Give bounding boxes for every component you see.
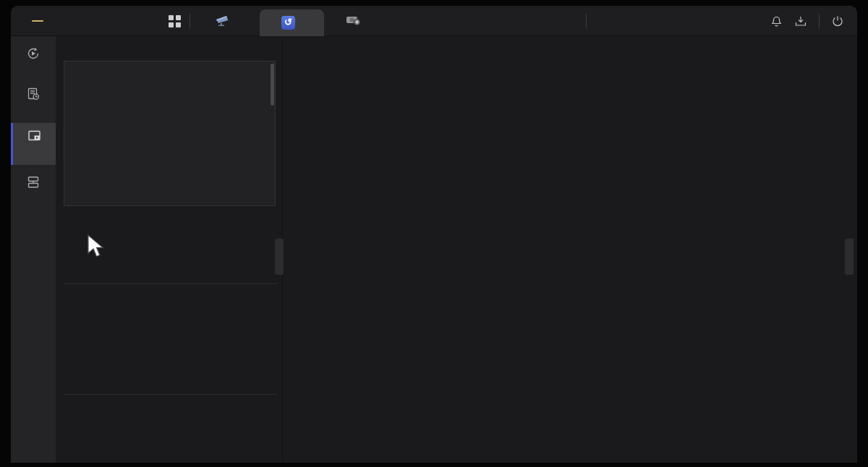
nav-normal-playback[interactable] [11, 43, 56, 80]
history-play-icon [11, 46, 56, 61]
collapse-right-panel-button[interactable] [845, 239, 854, 275]
device-access-icon [346, 14, 362, 28]
nav-slice-playback[interactable] [11, 123, 56, 165]
separator [819, 14, 820, 28]
live-view-icon [215, 14, 231, 28]
top-bar: ↺ [11, 6, 857, 36]
main-tabs: ↺ [193, 6, 391, 36]
tab-live-view[interactable] [193, 6, 260, 36]
download-icon[interactable] [794, 14, 807, 27]
apps-grid-icon[interactable] [169, 15, 181, 27]
topbar-actions [770, 6, 844, 36]
playback-icon: ↺ [281, 16, 295, 30]
year-selector [65, 218, 276, 234]
app-logo [27, 6, 43, 36]
tab-device-access[interactable] [324, 6, 391, 36]
collapse-left-panel-button[interactable] [275, 239, 284, 275]
tab-playback[interactable]: ↺ [260, 9, 324, 36]
separator [586, 14, 587, 28]
nav-event-playback[interactable] [11, 84, 56, 120]
power-icon[interactable] [831, 14, 844, 27]
event-list-icon [11, 87, 56, 101]
split-period-icon [11, 175, 56, 189]
bell-icon[interactable] [770, 14, 783, 27]
divider [64, 394, 277, 395]
slice-frames-icon [13, 129, 56, 143]
separator [190, 14, 190, 28]
channel-tree [64, 61, 276, 206]
playback-mode-nav [11, 36, 56, 463]
divider [64, 283, 277, 284]
pro-badge [32, 20, 43, 22]
app-window: ↺ [11, 6, 857, 463]
nav-sub-period-playback[interactable] [11, 169, 56, 211]
tree-scrollbar[interactable] [271, 64, 274, 106]
